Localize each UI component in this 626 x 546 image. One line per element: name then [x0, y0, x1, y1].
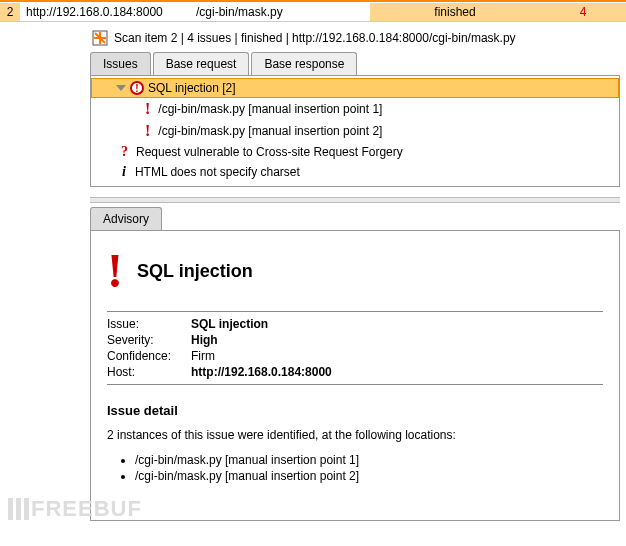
issue-locations-list: /cgi-bin/mask.py [manual insertion point… [107, 452, 603, 484]
tree-label: /cgi-bin/mask.py [manual insertion point… [158, 124, 382, 138]
meta-confidence-label: Confidence: [107, 349, 191, 363]
tab-advisory[interactable]: Advisory [90, 207, 162, 230]
issue-detail-text: 2 instances of this issue were identifie… [107, 428, 603, 442]
issues-tabs: Issues Base request Base response [90, 52, 620, 76]
scan-status-cell: finished [370, 3, 540, 22]
scan-path-cell: /cgi-bin/mask.py [190, 3, 370, 22]
meta-confidence-value: Firm [191, 349, 215, 363]
tree-node-csrf[interactable]: ? Request vulnerable to Cross-site Reque… [91, 142, 619, 162]
tab-issues[interactable]: Issues [90, 52, 151, 75]
expand-toggle-icon[interactable] [116, 85, 126, 91]
advisory-tabs: Advisory [90, 207, 620, 231]
tab-base-response[interactable]: Base response [251, 52, 357, 75]
tree-node-sql-injection[interactable]: ! SQL injection [2] [91, 78, 619, 98]
meta-host-value: http://192.168.0.184:8000 [191, 365, 332, 379]
issue-location-item: /cgi-bin/mask.py [manual insertion point… [135, 452, 603, 468]
tree-label: /cgi-bin/mask.py [manual insertion point… [158, 102, 382, 116]
scan-issue-count-cell: 4 [540, 3, 626, 22]
tree-label: HTML does not specify charset [135, 165, 300, 179]
tab-base-request[interactable]: Base request [153, 52, 250, 75]
issue-location-item: /cgi-bin/mask.py [manual insertion point… [135, 468, 603, 484]
advisory-title: SQL injection [137, 261, 253, 282]
meta-issue-label: Issue: [107, 317, 191, 331]
meta-severity-label: Severity: [107, 333, 191, 347]
advisory-pane: ! SQL injection Issue: SQL injection Sev… [90, 231, 620, 521]
meta-severity-value: High [191, 333, 218, 347]
issues-tree-pane: ! SQL injection [2] ! /cgi-bin/mask.py [… [90, 76, 620, 187]
tree-node-sql-child-1[interactable]: ! /cgi-bin/mask.py [manual insertion poi… [91, 98, 619, 120]
scan-id-cell: 2 [0, 3, 20, 22]
tree-node-sql-child-2[interactable]: ! /cgi-bin/mask.py [manual insertion poi… [91, 120, 619, 142]
alert-icon: ! [141, 100, 154, 118]
meta-host-label: Host: [107, 365, 191, 379]
watermark-text: FREEBUF [31, 496, 142, 522]
severity-high-icon: ! [130, 81, 144, 95]
severity-large-icon: ! [107, 247, 123, 295]
advisory-meta-table: Issue: SQL injection Severity: High Conf… [107, 311, 603, 380]
burp-icon [92, 30, 108, 46]
question-icon: ? [117, 144, 132, 160]
scan-item-header-text: Scan item 2 | 4 issues | finished | http… [114, 31, 516, 45]
issue-detail-heading: Issue detail [107, 403, 603, 418]
pane-splitter[interactable] [90, 197, 620, 203]
alert-icon: ! [141, 122, 154, 140]
tree-label: SQL injection [2] [148, 81, 236, 95]
scan-url-cell: http://192.168.0.184:8000 [20, 3, 190, 22]
tree-node-charset[interactable]: i HTML does not specify charset [91, 162, 619, 182]
scan-item-header: Scan item 2 | 4 issues | finished | http… [90, 26, 620, 50]
info-icon: i [117, 164, 131, 180]
meta-issue-value: SQL injection [191, 317, 268, 331]
tree-label: Request vulnerable to Cross-site Request… [136, 145, 403, 159]
watermark: FREEBUF [8, 496, 142, 522]
scan-summary-row[interactable]: 2 http://192.168.0.184:8000 /cgi-bin/mas… [0, 0, 626, 22]
